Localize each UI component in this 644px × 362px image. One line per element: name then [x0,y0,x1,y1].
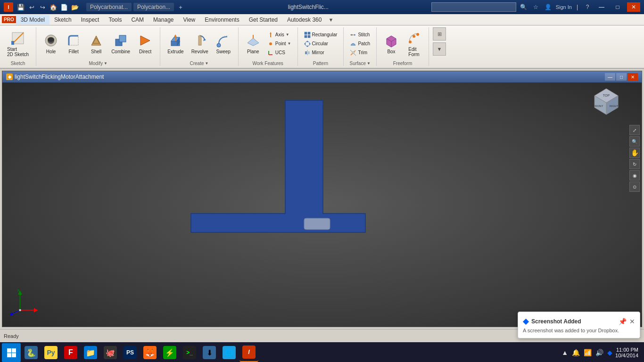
surface-dropdown-arrow[interactable]: ▼ [367,61,371,66]
revolve-button[interactable]: Revolve [188,30,212,58]
svg-marker-10 [174,34,177,37]
redo-button[interactable]: ↪ [38,2,47,12]
taskbar-github-icon[interactable]: 🐙 [101,343,120,362]
open-button[interactable]: 📂 [70,2,80,12]
dropbox-icon: ◆ [523,317,528,326]
patch-button[interactable]: Patch [347,40,372,48]
direct-button[interactable]: Direct [134,30,156,58]
create-dropdown-arrow[interactable]: ▼ [205,61,209,66]
viewport-maximize[interactable]: □ [616,73,627,81]
modify-dropdown-arrow[interactable]: ▼ [104,61,107,66]
orbit-button[interactable]: ↻ [629,159,640,169]
rectangular-label: Rectangular [312,32,338,37]
taskbar-inventor-icon[interactable]: I [239,343,258,362]
maximize-button[interactable]: □ [611,2,624,12]
mirror-button[interactable]: Mirror [302,49,340,57]
question-button[interactable]: ? [583,2,592,12]
extrude-button[interactable]: Extrude [164,30,187,58]
taskbar-download-icon[interactable]: ⬇ [200,343,219,362]
search-input[interactable] [431,2,516,12]
viewport-minimize[interactable]: — [605,73,615,81]
menu-inspect[interactable]: Inspect [76,15,104,25]
notification-close[interactable]: ✕ [629,318,635,325]
menu-bar: PRO 3D Model Sketch Inspect Tools CAM Ma… [0,14,644,25]
menu-view[interactable]: View [178,15,200,25]
tray-notification-icon[interactable]: 🔔 [571,348,581,357]
bookmark-button[interactable]: ☆ [531,2,541,12]
box-button[interactable]: Box [380,30,402,58]
trim-label: Trim [358,50,367,55]
options-btn-2[interactable]: ▼ [433,42,446,56]
revolve-label: Revolve [191,49,208,54]
hole-button[interactable]: Hole [40,30,62,58]
edit-form-button[interactable]: EditForm [403,30,425,58]
pan-button[interactable]: ✋ [629,148,640,158]
shell-button[interactable]: Shell [85,30,107,58]
close-button[interactable]: ✕ [627,2,640,12]
menu-autodesk-360[interactable]: Autodesk 360 [282,15,326,25]
taskbar-firefox-icon[interactable]: 🦊 [140,343,159,362]
expand-tabs[interactable]: ▼ [328,17,333,23]
menu-sketch[interactable]: Sketch [50,15,76,25]
svg-rect-7 [119,35,126,42]
new-button[interactable]: 📄 [59,2,69,12]
start-button[interactable] [2,343,21,362]
full-navigation-wheel[interactable]: ⊙ [629,181,640,192]
menu-environments[interactable]: Environments [200,15,244,25]
svg-point-29 [304,43,305,44]
taskbar-powershell-icon[interactable]: PS [121,343,140,362]
menu-cam[interactable]: CAM [126,15,149,25]
viewport-close[interactable]: ✕ [627,73,638,81]
start-2d-sketch-button[interactable]: Start2D Sketch [4,30,32,58]
look-at-button[interactable]: ◉ [629,170,640,181]
tray-up-arrow[interactable]: ▲ [561,348,569,357]
rectangular-button[interactable]: Rectangular [302,31,340,39]
menu-3d-model[interactable]: 3D Model [16,15,50,25]
ucs-button[interactable]: UCS [265,49,294,57]
taskbar-explorer-icon[interactable]: 📁 [81,343,100,362]
plane-button[interactable]: Plane [242,30,264,58]
point-button[interactable]: Point ▼ [265,40,294,48]
view-cube[interactable]: TOP RIGHT FRONT [590,86,623,119]
file-tab-1[interactable]: Polycarbonat... [86,3,132,11]
circular-label: Circular [312,41,328,46]
menu-manage[interactable]: Manage [149,15,178,25]
undo-button[interactable]: ↩ [27,2,36,12]
axis-button[interactable]: Axis ▼ [265,31,294,39]
zoom-button[interactable]: 🔍 [629,136,640,147]
trim-button[interactable]: Trim [347,49,372,57]
tray-dropbox-icon[interactable]: ◆ [606,348,613,357]
home-button[interactable]: 🏠 [49,2,58,12]
minimize-button[interactable]: — [595,2,608,12]
search-button[interactable]: 🔍 [519,2,528,12]
menu-tools[interactable]: Tools [104,15,126,25]
save-button[interactable]: 💾 [16,2,25,12]
circular-button[interactable]: Circular [302,40,340,48]
taskbar-python-icon[interactable]: 🐍 [22,343,41,362]
tray-network-icon[interactable]: 📶 [583,348,593,357]
taskbar-ie-icon[interactable]: 🌐 [220,343,239,362]
file-tab-2[interactable]: Polycarbon... [133,3,174,11]
fillet-button[interactable]: Fillet [63,30,84,58]
sweep-button[interactable]: Sweep [213,30,234,58]
viewport-canvas[interactable]: TOP RIGHT FRONT ⤢ 🔍 ✋ ↻ ◉ ⊙ [2,82,642,327]
notification-pin[interactable]: 📌 [619,318,627,325]
combine-button[interactable]: Combine [108,30,133,58]
account-button[interactable]: 👤 [544,2,553,12]
menu-get-started[interactable]: Get Started [244,15,282,25]
sign-in-label[interactable]: Sign In [556,4,572,10]
svg-rect-51 [7,348,11,353]
tray-volume-icon[interactable]: 🔊 [594,348,604,357]
taskbar-python2-icon[interactable]: Py [41,343,60,362]
svg-point-37 [409,41,412,43]
taskbar-ide-icon[interactable]: ⚡ [160,343,179,362]
taskbar-flash-icon[interactable]: F [61,343,80,362]
options-btn-1[interactable]: ⊞ [433,27,446,41]
svg-rect-43 [304,218,330,230]
clock[interactable]: 11:00 PM 10/4/2014 [615,347,638,358]
zoom-extents-button[interactable]: ⤢ [629,125,640,135]
svg-rect-53 [7,353,11,357]
taskbar-terminal-icon[interactable]: >_ [180,343,199,362]
stitch-button[interactable]: Stitch [347,31,372,39]
add-file-tab[interactable]: + [176,2,185,12]
